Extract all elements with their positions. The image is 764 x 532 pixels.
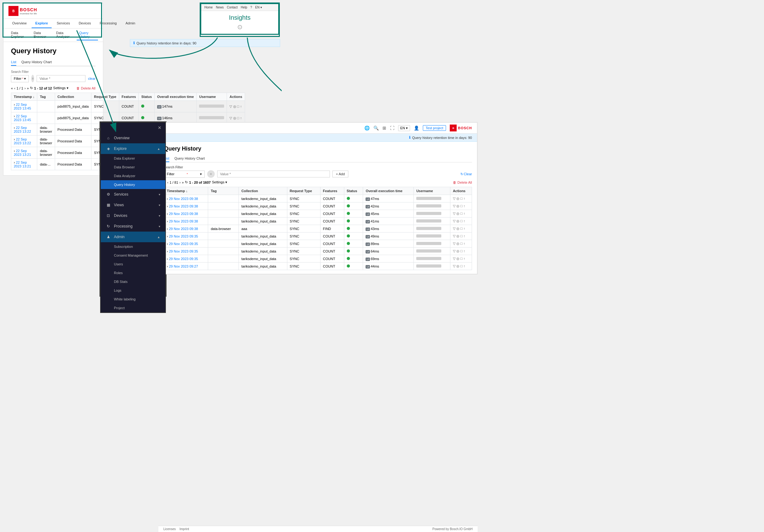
timestamp-link[interactable]: 29 Nov 2023 09:38 (169, 212, 198, 216)
sidebar-subitem-logs[interactable]: Logs (101, 286, 165, 295)
bg-td-timestamp: › 22 Sep 2023 13:22 (11, 124, 37, 135)
panel-value-input[interactable] (217, 171, 330, 177)
timestamp-link[interactable]: 29 Nov 2023 09:35 (169, 235, 198, 238)
panel-th-timestamp[interactable]: Timestamp ↓ (164, 187, 208, 195)
sidebar-item-processing[interactable]: ↻ Processing ▾ (101, 221, 165, 232)
bg-page-next[interactable]: › (24, 87, 26, 90)
timestamp-link[interactable]: 29 Nov 2023 09:38 (169, 197, 198, 201)
panel-page-last[interactable]: » (182, 181, 184, 184)
bg-tab-list[interactable]: List (11, 59, 16, 66)
nav-services[interactable]: Services (53, 19, 74, 28)
sidebar-item-explore[interactable]: ◈ Explore ▲ (101, 143, 165, 154)
subnav-data-analyzer[interactable]: Data Analyzer (54, 30, 75, 40)
timestamp-link[interactable]: 29 Nov 2023 09:35 (169, 257, 198, 261)
insights-nav-contact[interactable]: Contact (227, 6, 238, 9)
sidebar-item-services[interactable]: ⚙ Services ▾ (101, 189, 165, 200)
sidebar-item-views[interactable]: ▦ Views ▾ (101, 200, 165, 210)
panel-add-button[interactable]: + Add (332, 171, 348, 177)
insights-nav-home[interactable]: Home (204, 6, 213, 9)
panel-th-collection[interactable]: Collection (239, 187, 287, 195)
panel-settings-btn[interactable]: Settings ▾ (212, 180, 227, 184)
footer-licenses-link[interactable]: Licenses (163, 527, 176, 531)
footer-imprint-link[interactable]: Imprint (179, 527, 189, 531)
timestamp-link[interactable]: 29 Nov 2023 09:35 (169, 250, 198, 253)
lang-badge[interactable]: EN ▾ (398, 125, 410, 131)
row-chevron-icon[interactable]: › (167, 227, 168, 231)
search-icon[interactable]: 🔍 (373, 125, 379, 130)
subnav-data-browser[interactable]: Data Browser (31, 30, 52, 40)
sidebar-subitem-users[interactable]: Users (101, 260, 165, 268)
panel-th-status[interactable]: Status (344, 187, 363, 195)
sidebar-item-devices[interactable]: ⊡ Devices ▾ (101, 210, 165, 221)
row-chevron-icon[interactable]: › (167, 212, 168, 216)
sidebar-subitem-db-stats[interactable]: DB Stats (101, 277, 165, 286)
bg-value-input[interactable] (37, 75, 86, 82)
timestamp-link[interactable]: 29 Nov 2023 09:35 (169, 242, 198, 246)
sidebar-subitem-data-explorer[interactable]: Data Explorer (101, 154, 165, 163)
panel-tab-chart[interactable]: Query History Chart (174, 155, 205, 162)
panel-page-next[interactable]: › (179, 181, 181, 184)
row-chevron-icon[interactable]: › (167, 197, 168, 201)
panel-th-features[interactable]: Features (320, 187, 344, 195)
subnav-data-explorer[interactable]: Data Explorer (8, 30, 30, 40)
sidebar-item-overview[interactable]: ⌂ Overview (101, 133, 165, 143)
panel-td-reqtype: SYNC (287, 195, 320, 203)
nav-devices[interactable]: Devices (75, 19, 95, 28)
sidebar-subitem-subscription[interactable]: Subscription (101, 242, 165, 251)
row-chevron-icon[interactable]: › (167, 265, 168, 268)
bg-page-last[interactable]: » (27, 87, 29, 90)
panel-th-time[interactable]: Overall execution time (363, 187, 414, 195)
insights-nav-news[interactable]: News (216, 6, 224, 9)
sidebar-subitem-data-browser[interactable]: Data Browser (101, 163, 165, 171)
user-icon[interactable]: 👤 (414, 125, 419, 130)
expand-icon[interactable]: ⛶ (390, 125, 394, 130)
bg-clear-btn[interactable]: clear (88, 77, 96, 81)
grid-icon[interactable]: ⊞ (382, 125, 386, 130)
sidebar-subitem-white-labeling[interactable]: White labeling (101, 295, 165, 303)
row-chevron-icon[interactable]: › (167, 219, 168, 223)
row-chevron-icon[interactable]: › (167, 242, 168, 246)
bg-tab-chart[interactable]: Query History Chart (21, 59, 52, 66)
sidebar-subitem-query-history[interactable]: Query History (101, 180, 165, 189)
subnav-query-history[interactable]: Query History (77, 30, 98, 40)
timestamp-link[interactable]: 29 Nov 2023 09:38 (169, 219, 198, 223)
bg-delete-all[interactable]: 🗑 Delete All (77, 87, 96, 90)
test-project-button[interactable]: Test project (423, 125, 446, 131)
sidebar-subitem-consent-management[interactable]: Consent Management (101, 251, 165, 260)
panel-th-tag[interactable]: Tag (208, 187, 239, 195)
panel-page-prev[interactable]: ‹ (167, 181, 168, 184)
bg-page-prev[interactable]: ‹ (14, 87, 15, 90)
panel-th-username[interactable]: Username (414, 187, 451, 195)
sidebar-subitem-data-analyzer[interactable]: Data Analyzer (101, 171, 165, 180)
nav-processing[interactable]: Processing (96, 19, 120, 28)
insights-nav-lang[interactable]: EN ▾ (255, 6, 262, 9)
close-icon[interactable]: ✕ (158, 125, 161, 130)
nav-overview[interactable]: Overview (8, 19, 30, 28)
insights-nav-help[interactable]: Help (241, 6, 247, 9)
nav-explore[interactable]: Explore (32, 19, 52, 28)
row-chevron-icon[interactable]: › (167, 250, 168, 253)
bg-refresh[interactable]: ↻ (30, 86, 33, 90)
panel-refresh-icon[interactable]: ↻ (185, 180, 188, 184)
globe-icon[interactable]: 🌐 (364, 125, 370, 130)
panel-td-tag (208, 210, 239, 218)
sidebar-item-admin[interactable]: ♟ Admin ▲ (101, 232, 165, 242)
timestamp-link[interactable]: 29 Nov 2023 09:38 (169, 204, 198, 208)
bg-page-first[interactable]: « (11, 87, 13, 90)
panel-td-reqtype: SYNC (287, 233, 320, 240)
row-chevron-icon[interactable]: › (167, 235, 168, 238)
timestamp-link[interactable]: 29 Nov 2023 09:38 (169, 227, 198, 231)
timestamp-link[interactable]: 29 Nov 2023 09:27 (169, 265, 198, 268)
panel-th-request-type[interactable]: Request Type (287, 187, 320, 195)
row-chevron-icon[interactable]: › (167, 257, 168, 261)
nav-admin[interactable]: Admin (122, 19, 139, 28)
row-chevron-icon[interactable]: › (167, 204, 168, 208)
panel-clear-button[interactable]: ↻ Clear (461, 172, 472, 176)
bg-filter-select[interactable]: Filter * ▾ (11, 75, 29, 82)
insights-nav-question[interactable]: ? (250, 6, 252, 9)
panel-filter-select[interactable]: Filter * ▾ (164, 171, 205, 178)
panel-delete-all-button[interactable]: 🗑 Delete All (453, 181, 472, 184)
sidebar-subitem-roles[interactable]: Roles (101, 268, 165, 277)
sidebar-subitem-project[interactable]: Project (101, 303, 165, 312)
bg-settings-btn[interactable]: Settings ▾ (53, 86, 69, 90)
